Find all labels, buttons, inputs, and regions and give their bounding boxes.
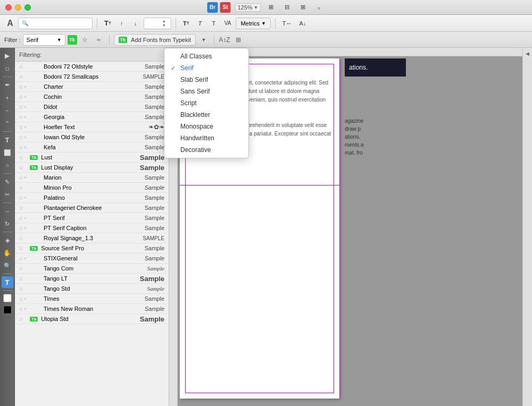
font-size-box[interactable]: 12 pt ▲ ▼ (144, 18, 171, 29)
expand-arrow-icon[interactable]: › (24, 225, 30, 231)
dropdown-item[interactable]: Monospace (164, 121, 248, 132)
type-tool[interactable]: T (2, 134, 13, 146)
stroke-color[interactable] (3, 306, 12, 314)
star-button[interactable]: ☆ (17, 123, 24, 131)
font-list-item[interactable]: ☆›Iowan Old StyleSample (15, 132, 169, 142)
font-list-item[interactable]: ☆Royal Signage_1.3SAMPLE (15, 233, 169, 243)
fill-color[interactable] (3, 294, 12, 302)
star-button[interactable]: ☆ (17, 214, 24, 222)
font-list-item[interactable]: ☆›DidotSample (15, 102, 169, 112)
expand-arrow-icon[interactable]: › (24, 306, 30, 311)
pencil-tool[interactable]: ✎ (2, 176, 13, 188)
star-button[interactable]: ☆ (17, 83, 24, 90)
font-list-item[interactable]: ☆›CochinSample (15, 92, 169, 102)
star-button[interactable]: ☆ (17, 244, 24, 252)
text-T1[interactable]: TT (180, 18, 192, 29)
star-button[interactable]: ☆ (17, 184, 24, 191)
star-button[interactable]: ☆ (17, 234, 24, 242)
font-list-item[interactable]: ☆TkLust DisplaySample (15, 163, 169, 173)
view-toggle3[interactable]: ⊞ (297, 2, 309, 13)
dropdown-item[interactable]: Sans Serif (164, 86, 248, 97)
star-button[interactable]: ☆ (17, 63, 24, 70)
expand-arrow-icon[interactable]: › (24, 195, 30, 200)
star-button[interactable]: ☆ (17, 143, 24, 151)
expand-arrow-icon[interactable]: › (24, 215, 30, 221)
gradient-tool[interactable]: ◈ (2, 234, 13, 246)
zoom-tool[interactable]: 🔍 (2, 260, 13, 272)
metrics-button[interactable]: Metrics ▼ (236, 18, 270, 29)
font-list-item[interactable]: ☆›TimesSample (15, 294, 169, 304)
expand-arrow-icon[interactable]: › (24, 296, 30, 301)
dropdown-item[interactable]: Decorative (164, 144, 248, 156)
right-expand-icon[interactable]: ◀ (525, 50, 530, 57)
star-button[interactable]: ☆ (17, 275, 24, 282)
font-list-item[interactable]: ☆TkSource Serif ProSample (15, 243, 169, 253)
star-button[interactable]: ☆ (17, 194, 24, 201)
star-button[interactable]: ☆ (17, 73, 24, 80)
wave-filter-icon[interactable]: ≈ (93, 34, 105, 46)
dropdown-item[interactable]: Slab Serif (164, 74, 248, 86)
text-style-down[interactable]: ↓ (130, 18, 142, 29)
font-list-item[interactable]: ☆Tango ComSample (15, 264, 169, 274)
star-button[interactable]: ☆ (17, 113, 24, 121)
add-anchor-tool[interactable]: + (2, 92, 13, 104)
frame-tool[interactable]: ⬜ (2, 147, 13, 158)
dropdown-item[interactable]: ✓Serif (164, 62, 248, 74)
font-list-item[interactable]: ☆›KefaSample (15, 142, 169, 153)
star-button[interactable]: ☆ (17, 154, 24, 161)
zoom-control[interactable]: 125% ▼ (235, 3, 261, 12)
font-list-item[interactable]: ☆›STIXGeneralSample (15, 253, 169, 264)
text-style-TT[interactable]: TT (102, 18, 114, 29)
zoom-arrow-icon[interactable]: ▼ (254, 5, 259, 10)
star-filter-icon[interactable]: ☆ (79, 34, 91, 46)
expand-arrow-icon[interactable]: › (24, 84, 30, 89)
grid-icon[interactable]: ⊞ (232, 34, 244, 46)
selection-tool[interactable]: ▶ (2, 50, 13, 62)
star-button[interactable]: ☆ (17, 164, 24, 171)
size-up-icon[interactable]: ▲ (162, 19, 166, 23)
font-search-box[interactable]: 🔍 Adelle Sans (18, 18, 93, 29)
expand-arrow-icon[interactable]: › (24, 134, 30, 140)
hand-tool[interactable]: ✋ (2, 247, 13, 259)
expand-arrow-icon[interactable]: › (24, 175, 30, 180)
expand-arrow-icon[interactable]: › (24, 145, 30, 150)
text-T4[interactable]: VA (222, 18, 234, 29)
font-list-item[interactable]: ☆TkLustSample (15, 153, 169, 163)
font-list-item[interactable]: ☆›PT SerifSample (15, 213, 169, 223)
font-search-input[interactable]: Adelle Sans (30, 20, 88, 27)
font-list-item[interactable]: ☆Bodoni 72 SmallcapsSAMPLE (15, 72, 169, 82)
star-button[interactable]: ☆ (17, 204, 24, 212)
font-list-item[interactable]: ☆Plantagenet CherokeeSample (15, 203, 169, 213)
expand-arrow-icon[interactable]: › (24, 124, 30, 130)
star-button[interactable]: ☆ (17, 103, 24, 111)
font-list-item[interactable]: ☆›Times New RomanSample (15, 304, 169, 314)
star-button[interactable]: ☆ (17, 224, 24, 232)
rotate-tool[interactable]: ↻ (2, 218, 13, 230)
arrow-icon[interactable]: ⬦ (313, 2, 325, 13)
add-fonts-button[interactable]: Tk Add Fonts from Typekit (114, 34, 196, 46)
star-button[interactable]: ☆ (17, 285, 24, 292)
star-button[interactable]: ☆ (17, 305, 24, 312)
star-button[interactable]: ☆ (17, 295, 24, 302)
dropdown-item[interactable]: Script (164, 97, 248, 109)
transform-tool[interactable]: ↔ (2, 205, 13, 217)
font-list-item[interactable]: ☆›MarionSample (15, 173, 169, 183)
align-icon[interactable]: A↓ (297, 18, 309, 29)
typekit-icon[interactable]: Tk (68, 35, 77, 45)
dropdown-item[interactable]: Blackletter (164, 109, 248, 121)
sort-icon[interactable]: A↕Z (219, 34, 230, 46)
font-list-item[interactable]: ☆›PT Serif CaptionSample (15, 223, 169, 233)
expand-arrow-icon[interactable]: › (24, 94, 30, 99)
star-button[interactable]: ☆ (17, 255, 24, 262)
maximize-button[interactable] (24, 4, 31, 11)
text-T3[interactable]: T (208, 18, 220, 29)
font-list-item[interactable]: ☆›GeorgiaSample (15, 112, 169, 122)
font-list-item[interactable]: ☆›Hoefler Text❧✿❧ (15, 122, 169, 132)
expand-arrow-icon[interactable]: › (24, 104, 30, 109)
font-list-item[interactable]: ☆Tango StdSample (15, 284, 169, 294)
text-T2[interactable]: T (194, 18, 206, 29)
filter-select[interactable]: Serif ▼ (23, 34, 65, 46)
dropdown-item[interactable]: Handwritten (164, 132, 248, 144)
expand-arrow-icon[interactable]: › (24, 256, 30, 261)
scissors-tool[interactable]: ✂ (2, 189, 13, 200)
